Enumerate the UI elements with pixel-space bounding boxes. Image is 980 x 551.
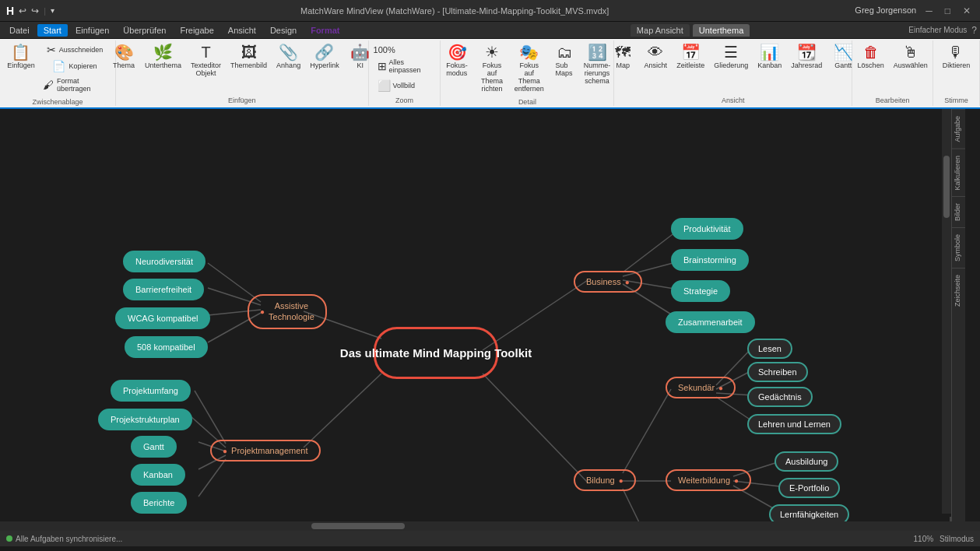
node-ausbildung[interactable]: Ausbildung <box>775 451 838 472</box>
node-label: Projekstrukturplan <box>111 415 180 424</box>
node-label: Projektumfang <box>123 386 178 395</box>
v-scrollbar-thumb[interactable] <box>943 156 950 218</box>
node-lehren[interactable]: Lehren und Lernen <box>747 414 841 434</box>
menu-item-freigabe[interactable]: Freigabe <box>174 24 220 37</box>
ribbon-group-zwischenablage: 📋 Einfügen ✂ Ausschneiden 📄 Kopieren <box>0 40 116 106</box>
ribbon-btn-fokusmodus[interactable]: 🎯 Fokus-modus <box>441 42 472 79</box>
ribbon-btn-ausschneiden[interactable]: ✂ Ausschneiden <box>39 42 111 58</box>
einfacher-modus-toggle[interactable]: Einfacher Modus <box>908 26 967 34</box>
node-508[interactable]: 508 kompatibel <box>125 336 208 358</box>
zoom-level-status: 110% <box>914 535 934 543</box>
node-strategie[interactable]: Strategie <box>671 280 730 302</box>
ribbon-btn-map[interactable]: 🗺 Map <box>607 42 638 72</box>
panel-tab-aufgabe[interactable]: Aufgabe <box>952 109 965 149</box>
node-lernfaehigkeiten[interactable]: Lernfähigkeiten <box>769 504 849 521</box>
menu-item-start[interactable]: Start <box>37 24 68 37</box>
menu-item-design[interactable]: Design <box>264 24 303 37</box>
ribbon-btn-alles-einpassen[interactable]: ⊞ Alles einpassen <box>374 56 436 76</box>
ribbon-btn-kanban[interactable]: 📊 Kanban <box>753 42 785 72</box>
vertical-scrollbar[interactable] <box>942 109 951 514</box>
ribbon-btn-hyperlink[interactable]: 🔗 Hyperlink <box>306 42 343 72</box>
ribbon-btn-jahresrad[interactable]: 📆 Jahresrad <box>787 42 826 72</box>
ribbon-btn-sub-maps[interactable]: 🗂 SubMaps <box>549 42 580 79</box>
node-psp[interactable]: Projekstrukturplan <box>98 409 192 430</box>
node-assistive[interactable]: ● AssistiveTechnologie <box>248 294 327 329</box>
ribbon-group-detail: 🎯 Fokus-modus ☀ Fokus aufThemarichten 🎭 … <box>441 40 614 106</box>
node-label: Zusammenarbeit <box>678 318 743 327</box>
sync-text: Alle Aufgaben synchronisiere... <box>16 535 122 543</box>
ribbon-btn-gliederung[interactable]: ☰ Gliederung <box>710 42 752 72</box>
node-weiterbildung[interactable]: Weiterbildung ● <box>666 469 751 491</box>
panel-tab-zeichseite[interactable]: Zeichseite <box>952 268 965 313</box>
menu-item-ueberpruefen[interactable]: Überprüfen <box>117 24 172 37</box>
ribbon-btn-ansicht[interactable]: 👁 Ansicht <box>640 42 671 72</box>
panel-tab-symbole[interactable]: Symbole <box>952 227 965 268</box>
app-minimize-button[interactable]: ─ <box>922 5 936 16</box>
redo-button[interactable]: ↪ <box>31 5 39 16</box>
node-berichte[interactable]: Berichte <box>131 492 187 514</box>
h-scrollbar-thumb[interactable] <box>311 523 405 529</box>
ribbon-btn-einfuegen[interactable]: 📋 Einfügen <box>5 42 37 72</box>
node-zusammenarbeit[interactable]: Zusammenarbeit <box>666 311 755 333</box>
node-wcag[interactable]: WCAG kompatibel <box>115 307 210 329</box>
svg-line-4 <box>623 230 679 272</box>
ribbon-btn-zeitleiste[interactable]: 📅 Zeitleiste <box>673 42 708 72</box>
group-label-zoom: Zoom <box>395 95 413 104</box>
node-business[interactable]: Business ● <box>574 271 642 293</box>
unterthema-icon: 🌿 <box>153 44 173 60</box>
ribbon-btn-anhang[interactable]: 📎 Anhang <box>272 42 304 72</box>
horizontal-scrollbar[interactable] <box>0 521 980 531</box>
node-label: Produktivität <box>683 224 731 233</box>
menu-item-format[interactable]: Format <box>304 24 346 37</box>
node-gantt[interactable]: Gantt <box>131 436 177 458</box>
ribbon-btn-diktieren[interactable]: 🎙 Diktieren <box>939 42 975 72</box>
node-bildung[interactable]: Bildung ● <box>574 469 636 491</box>
ribbon-btn-thema[interactable]: 🎨 Thema <box>108 42 139 72</box>
panel-tab-bilder[interactable]: Bilder <box>952 196 965 227</box>
ribbon-btn-loeschen[interactable]: 🗑 Löschen <box>854 42 888 72</box>
node-produktivitaet[interactable]: Produktivität <box>671 218 743 240</box>
ki-icon: 🤖 <box>350 44 370 60</box>
group-label-bearbeiten: Bearbeiten <box>876 95 910 104</box>
ribbon-btn-texteditor[interactable]: T TexteditorObjekt <box>187 42 225 79</box>
node-neurodiversitaet[interactable]: Neurodiversität <box>123 251 205 272</box>
menu-item-einfuegen[interactable]: Einfügen <box>69 24 115 37</box>
ribbon-btn-kopieren[interactable]: 📄 Kopieren <box>39 58 111 74</box>
ribbon-btn-fokus-richten[interactable]: ☀ Fokus aufThemarichten <box>474 42 510 95</box>
node-brainstorming[interactable]: Brainstorming <box>671 249 749 271</box>
focus-on-icon: ☀ <box>485 44 499 60</box>
node-label: 508 kompatibel <box>137 342 195 352</box>
app-close-button[interactable]: ✕ <box>960 5 974 16</box>
unterthema-tab[interactable]: Unterthema <box>693 24 750 37</box>
ribbon-btn-unterthema[interactable]: 🌿 Unterthema <box>141 42 185 72</box>
app-maximize-button[interactable]: □ <box>942 5 954 16</box>
node-label: AssistiveTechnologie <box>269 300 314 323</box>
node-lesen[interactable]: Lesen <box>747 339 792 359</box>
ribbon-btn-fokus-entfernen[interactable]: 🎭 Fokus aufThemaentfernen <box>511 42 547 95</box>
group-label-einfuegen: Einfügen <box>228 95 256 104</box>
panel-tab-kalkulieren[interactable]: Kalkulieren <box>952 149 965 197</box>
undo-button[interactable]: ↩ <box>19 5 26 16</box>
node-kanban[interactable]: Kanban <box>131 464 185 486</box>
node-projektmanagement[interactable]: ● Projektmanagement <box>210 440 321 462</box>
map-ansicht-tab[interactable]: Map Ansicht <box>631 24 690 37</box>
node-projektumfang[interactable]: Projektumfang <box>111 380 191 402</box>
center-node[interactable]: Das ultimate Mind Mapping Toolkit <box>374 327 498 379</box>
group-label-ansicht: Ansicht <box>722 95 745 104</box>
mindmap-canvas[interactable]: Das ultimate Mind Mapping Toolkit Busine… <box>0 109 965 521</box>
svg-line-12 <box>195 391 226 444</box>
node-barrierefreiheit[interactable]: Barrierefreiheit <box>123 279 204 300</box>
menu-item-ansicht[interactable]: Ansicht <box>222 24 262 37</box>
ribbon-btn-format-uebertragen[interactable]: 🖌 Format übertragen <box>39 75 111 95</box>
ribbon-btn-auswaehlen[interactable]: 🖱 Auswählen <box>890 42 932 72</box>
ribbon-btn-vollbild[interactable]: ⬜ Vollbild <box>374 78 420 93</box>
node-sekundaer[interactable]: Sekundär ● <box>666 377 736 398</box>
node-schreiben[interactable]: Schreiben <box>747 362 808 382</box>
help-icon[interactable]: ? <box>971 25 977 36</box>
svg-line-3 <box>304 374 381 447</box>
ribbon-btn-themenbild[interactable]: 🖼 Themenbild <box>227 42 271 72</box>
customize-quick-access[interactable]: ▾ <box>51 6 54 15</box>
node-eportfolio[interactable]: E-Portfolio <box>778 478 840 498</box>
menu-item-datei[interactable]: Datei <box>3 24 36 37</box>
node-gedaechtnis[interactable]: Gedächtnis <box>747 387 813 407</box>
